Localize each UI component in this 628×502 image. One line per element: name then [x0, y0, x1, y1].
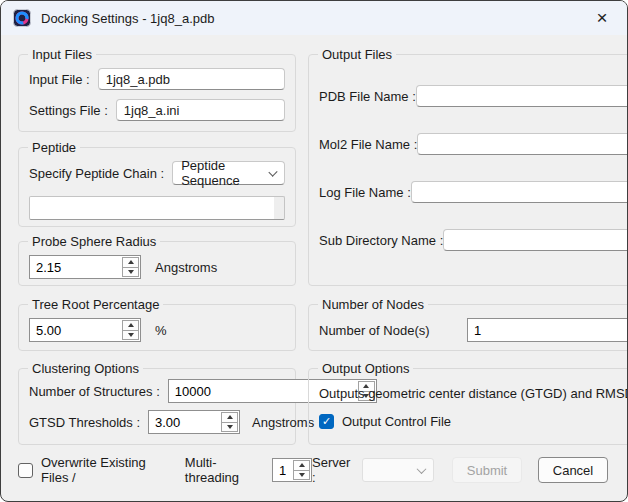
gtsd-thresholds-stepper[interactable]	[148, 410, 240, 434]
spin-up-icon[interactable]	[222, 413, 237, 422]
peptide-sequence-field[interactable]	[29, 196, 285, 220]
spin-down-icon[interactable]	[222, 422, 237, 432]
multi-threading-label: Multi-threading	[185, 455, 264, 485]
pdb-file-name-label: PDB File Name :	[319, 89, 416, 104]
gtsd-thresholds-label: GTSD Thresholds :	[29, 415, 140, 430]
submit-button[interactable]: Submit	[452, 457, 522, 483]
peptide-chain-select[interactable]: Peptide Sequence	[172, 161, 285, 185]
clustering-options-legend: Clustering Options	[28, 361, 143, 376]
input-file-field[interactable]	[98, 68, 285, 90]
probe-sphere-radius-legend: Probe Sphere Radius	[28, 234, 160, 249]
tree-root-percentage-legend: Tree Root Percentage	[28, 297, 163, 312]
tree-root-unit: %	[155, 323, 167, 338]
number-of-nodes-label: Number of Node(s)	[319, 323, 459, 338]
tree-root-stepper[interactable]	[29, 318, 141, 342]
settings-file-field[interactable]	[116, 99, 285, 121]
number-of-structures-label: Number of Structures :	[29, 384, 160, 399]
multi-threading-value[interactable]	[273, 459, 292, 481]
server-label: Server :	[312, 455, 354, 485]
server-select[interactable]	[362, 458, 434, 482]
gtgd-rmsd-info-text: Outputs geometric center distance (GTGD)…	[319, 386, 628, 401]
footer-bar: Overwrite Existing Files / Multi-threadi…	[1, 445, 627, 501]
probe-sphere-radius-group: Probe Sphere Radius Angstroms	[18, 234, 296, 286]
gtsd-thresholds-value[interactable]	[149, 411, 220, 433]
chevron-down-icon	[417, 464, 427, 474]
output-options-group: Output Options Outputs geometric center …	[308, 361, 628, 445]
title-bar: Docking Settings - 1jq8_a.pdb ×	[1, 1, 627, 35]
probe-radius-unit: Angstroms	[155, 260, 217, 275]
spin-up-icon[interactable]	[123, 321, 138, 330]
window-title: Docking Settings - 1jq8_a.pdb	[41, 11, 214, 26]
mol2-file-name-label: Mol2 File Name :	[319, 137, 417, 152]
spin-down-icon[interactable]	[123, 267, 138, 277]
mol2-file-name-field[interactable]	[417, 133, 628, 155]
number-of-nodes-value[interactable]	[468, 319, 628, 341]
overwrite-existing-files-checkbox[interactable]	[18, 463, 33, 478]
peptide-legend: Peptide	[28, 140, 80, 155]
pdb-file-name-field[interactable]	[416, 85, 628, 107]
output-options-legend: Output Options	[318, 361, 413, 376]
docking-settings-dialog: Docking Settings - 1jq8_a.pdb × Input Fi…	[0, 0, 628, 502]
number-of-nodes-stepper[interactable]	[467, 318, 628, 342]
sub-directory-name-label: Sub Directory Name :	[319, 233, 443, 248]
spin-up-icon[interactable]	[123, 258, 138, 267]
cancel-button[interactable]: Cancel	[538, 457, 608, 483]
overwrite-existing-files-label: Overwrite Existing Files /	[41, 455, 173, 485]
clustering-options-group: Clustering Options Number of Structures …	[18, 361, 296, 445]
peptide-group: Peptide Specify Peptide Chain : Peptide …	[18, 140, 296, 227]
input-files-group: Input Files Input File : Settings File :	[18, 47, 296, 132]
right-column: Output Files PDB File Name : Mol2 File N…	[308, 47, 628, 445]
number-of-nodes-legend: Number of Nodes	[318, 297, 428, 312]
output-control-file-label: Output Control File	[342, 414, 451, 429]
number-of-nodes-group: Number of Nodes Number of Node(s)	[308, 297, 628, 351]
log-file-name-field[interactable]	[411, 181, 628, 203]
left-column: Input Files Input File : Settings File :…	[18, 47, 296, 445]
spin-up-icon[interactable]	[294, 461, 309, 470]
output-files-group: Output Files PDB File Name : Mol2 File N…	[308, 47, 628, 286]
peptide-chain-selected-value: Peptide Sequence	[181, 158, 270, 188]
gtsd-thresholds-unit: Angstroms	[252, 415, 314, 430]
app-logo-icon	[13, 9, 31, 27]
tree-root-value[interactable]	[30, 319, 121, 341]
settings-file-label: Settings File :	[29, 103, 108, 118]
input-file-label: Input File :	[29, 72, 90, 87]
spin-down-icon[interactable]	[123, 330, 138, 340]
dialog-content: Input Files Input File : Settings File :…	[1, 35, 627, 445]
input-files-legend: Input Files	[28, 47, 96, 62]
probe-radius-value[interactable]	[30, 256, 121, 278]
output-files-legend: Output Files	[318, 47, 396, 62]
peptide-chain-label: Specify Peptide Chain :	[29, 166, 164, 181]
probe-radius-stepper[interactable]	[29, 255, 141, 279]
spin-down-icon[interactable]	[294, 470, 309, 480]
output-control-file-checkbox[interactable]	[319, 414, 334, 429]
close-icon[interactable]: ×	[585, 3, 619, 33]
sub-directory-name-field[interactable]	[443, 229, 628, 251]
log-file-name-label: Log File Name :	[319, 185, 411, 200]
multi-threading-stepper[interactable]	[272, 458, 312, 482]
tree-root-percentage-group: Tree Root Percentage %	[18, 297, 296, 351]
